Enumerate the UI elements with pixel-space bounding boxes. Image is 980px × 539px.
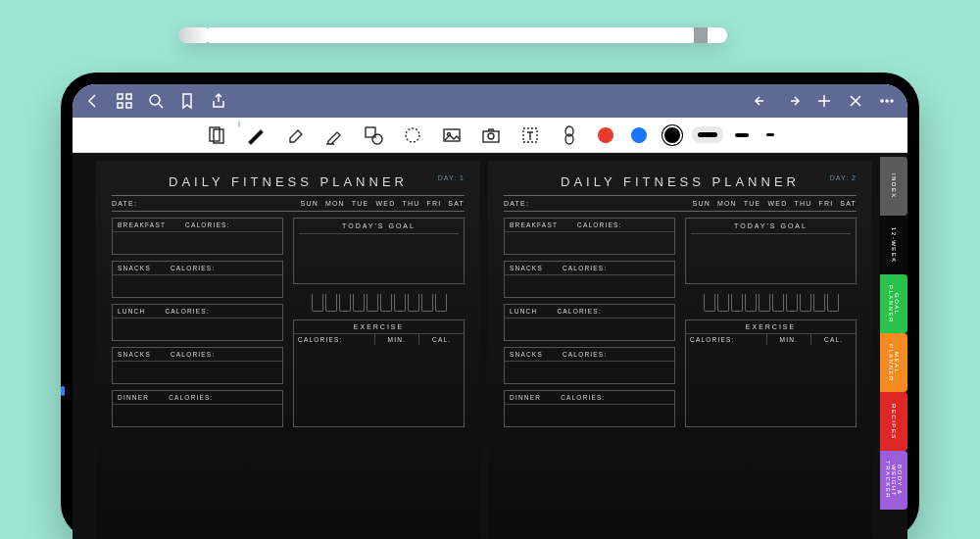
svg-rect-2	[118, 103, 122, 108]
svg-point-6	[886, 100, 888, 102]
svg-rect-3	[126, 103, 131, 108]
apple-pencil	[178, 24, 727, 47]
close-icon[interactable]	[847, 92, 864, 110]
tab-index[interactable]: INDEX	[880, 157, 907, 216]
shape-tool-icon[interactable]	[363, 124, 384, 146]
svg-rect-0	[118, 94, 122, 99]
exercise-box[interactable]: EXERCISE CALORIES:MIN.CAL.	[685, 319, 857, 427]
day-label: DAY: 2	[830, 174, 857, 181]
svg-point-11	[372, 134, 382, 144]
link-tool-icon[interactable]	[559, 124, 580, 146]
thickness-2[interactable]	[735, 133, 749, 137]
tab-body-weight-tracker[interactable]: BODY & WEIGHT TRACKER	[880, 451, 907, 510]
lasso-tool-icon[interactable]	[402, 124, 423, 146]
planner-page-1[interactable]: DAILY FITNESS PLANNER DAY: 1 DATE: SUNMO…	[96, 161, 480, 539]
eraser-tool-icon[interactable]	[284, 124, 306, 146]
weekday-row: SUNMONTUEWEDTHUFRISAT	[693, 200, 857, 207]
tool-row: ᛒ	[73, 118, 907, 153]
svg-point-12	[406, 128, 419, 142]
side-tabs: INDEX 12-WEEK GOAL PLANNER MEAL PLANNER …	[880, 153, 907, 539]
highlighter-tool-icon[interactable]	[323, 124, 345, 146]
exercise-box[interactable]: EXERCISE CALORIES:MIN.CAL.	[293, 319, 465, 427]
color-swatch-black[interactable]	[664, 127, 680, 143]
ipad-frame: ᛒ DAILY FITNESS PLANNER DAY: 1	[61, 73, 919, 539]
tab-12-week[interactable]: 12-WEEK	[880, 216, 907, 274]
dinner-box[interactable]: DINNERCALORIES:	[504, 390, 675, 427]
grid-icon[interactable]	[116, 92, 133, 110]
color-swatch-red[interactable]	[598, 127, 613, 143]
breakfast-box[interactable]: BREAKFASTCALORIES:	[504, 218, 675, 255]
todays-goal-box[interactable]: TODAY'S GOAL	[293, 218, 465, 284]
image-tool-icon[interactable]	[441, 124, 463, 146]
share-icon[interactable]	[210, 92, 227, 110]
page-nav-icon[interactable]	[206, 124, 227, 146]
thickness-1[interactable]	[698, 132, 717, 137]
day-label: DAY: 1	[438, 174, 465, 181]
lunch-box[interactable]: LUNCHCALORIES:	[504, 304, 675, 341]
app-topbar	[73, 84, 907, 118]
document-area: DAILY FITNESS PLANNER DAY: 1 DATE: SUNMO…	[73, 153, 907, 539]
home-indicator	[61, 386, 65, 396]
svg-point-5	[881, 100, 883, 102]
thickness-3[interactable]	[766, 133, 774, 136]
svg-rect-1	[126, 94, 131, 99]
snacks-box-1[interactable]: SNACKSCALORIES:	[112, 261, 283, 298]
pen-tool-icon[interactable]: ᛒ	[245, 124, 267, 146]
page-title: DAILY FITNESS PLANNER	[112, 174, 465, 189]
screen: ᛒ DAILY FITNESS PLANNER DAY: 1	[73, 84, 907, 539]
plus-icon[interactable]	[815, 92, 833, 110]
water-tracker[interactable]	[685, 294, 857, 312]
breakfast-box[interactable]: BREAKFASTCALORIES:	[112, 218, 283, 255]
undo-icon[interactable]	[753, 92, 770, 110]
planner-page-2[interactable]: DAILY FITNESS PLANNER DAY: 2 DATE: SUNMO…	[488, 161, 872, 539]
snacks-box-2[interactable]: SNACKSCALORIES:	[112, 347, 283, 384]
svg-point-7	[891, 100, 893, 102]
lunch-box[interactable]: LUNCHCALORIES:	[112, 304, 283, 341]
back-icon[interactable]	[84, 92, 102, 110]
bookmark-icon[interactable]	[178, 92, 196, 110]
tab-goal-planner[interactable]: GOAL PLANNER	[880, 274, 907, 333]
dinner-box[interactable]: DINNERCALORIES:	[112, 390, 283, 427]
color-swatch-blue[interactable]	[631, 127, 647, 143]
weekday-row: SUNMONTUEWEDTHUFRISAT	[301, 200, 465, 207]
tab-recipes[interactable]: RECIPES	[880, 392, 907, 451]
page-spread[interactable]: DAILY FITNESS PLANNER DAY: 1 DATE: SUNMO…	[73, 153, 880, 539]
svg-point-4	[150, 95, 160, 105]
tab-meal-planner[interactable]: MEAL PLANNER	[880, 333, 907, 392]
more-icon[interactable]	[878, 92, 896, 110]
date-label: DATE:	[504, 200, 529, 207]
todays-goal-box[interactable]: TODAY'S GOAL	[685, 218, 857, 284]
camera-tool-icon[interactable]	[480, 124, 502, 146]
page-title: DAILY FITNESS PLANNER	[504, 174, 857, 189]
svg-point-16	[488, 133, 494, 139]
snacks-box-2[interactable]: SNACKSCALORIES:	[504, 347, 675, 384]
redo-icon[interactable]	[784, 92, 802, 110]
date-label: DATE:	[112, 200, 137, 207]
text-tool-icon[interactable]	[519, 124, 541, 146]
bluetooth-badge-icon: ᛒ	[237, 121, 241, 127]
snacks-box-1[interactable]: SNACKSCALORIES:	[504, 261, 675, 298]
water-tracker[interactable]	[293, 294, 465, 312]
search-icon[interactable]	[147, 92, 165, 110]
